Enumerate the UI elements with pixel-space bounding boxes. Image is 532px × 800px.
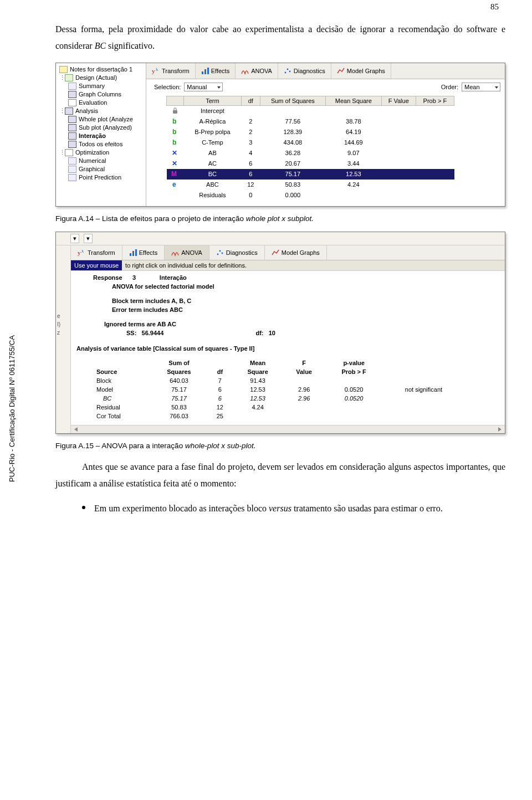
th-source: Source <box>93 367 151 376</box>
figure-caption-2: Figura A.15 – ANOVA para a interação who… <box>55 442 505 450</box>
tree-label: Optimization <box>75 149 109 156</box>
tab-effects[interactable]: Effects <box>196 63 236 79</box>
tree-label: Graphical <box>79 166 105 172</box>
tree-node-graphcols[interactable]: Graph Columns <box>56 90 146 99</box>
selection-row: Selection: Manual Order: Mean <box>146 79 505 94</box>
cell-p <box>325 412 382 420</box>
cell-ss: 75.17 <box>151 385 208 394</box>
tab-modelgraphs[interactable]: Model Graphs <box>331 63 391 79</box>
tree-node-design[interactable]: ⋮Design (Actual) <box>56 74 146 82</box>
tree-node-num[interactable]: Numerical <box>56 157 146 165</box>
tab-diagnostics[interactable]: Diagnostics <box>278 63 331 79</box>
selection-dropdown[interactable]: Manual <box>184 83 223 91</box>
cell-f: 2.96 <box>283 394 325 403</box>
tree-node-opt[interactable]: ⋮Optimization <box>56 148 146 157</box>
cell-p <box>416 158 454 169</box>
text-italic: versus <box>269 504 291 513</box>
ss-value: 56.9444 <box>142 330 164 336</box>
anova-icon <box>241 67 249 75</box>
tree-node-whole[interactable]: Whole plot (Analyze <box>56 115 146 124</box>
cell-f <box>381 169 416 180</box>
anova-icon <box>171 249 179 257</box>
tree-label: Todos os efeitos <box>79 141 123 147</box>
cell-f <box>381 148 416 158</box>
toolbar-dropdown[interactable]: ▾ <box>70 234 79 243</box>
order-dropdown[interactable]: Mean <box>462 83 500 91</box>
side-watermark: PUC-Rio - Certificação Digital Nº 061175… <box>8 335 16 482</box>
toolbar-dropdown[interactable]: ▾ <box>84 234 93 243</box>
tab-effects[interactable]: Effects <box>122 245 165 260</box>
cell-p <box>416 127 454 137</box>
cell-ss: 20.67 <box>260 158 325 169</box>
node-icon <box>68 116 76 123</box>
cell-note <box>383 376 464 385</box>
tree-node-summary[interactable]: Summary <box>56 82 146 90</box>
tab-transform[interactable]: yλ Transform <box>71 245 122 260</box>
tree-node-graph[interactable]: Graphical <box>56 165 146 173</box>
node-icon <box>68 132 76 140</box>
tab-anova[interactable]: ANOVA <box>236 63 278 79</box>
cell-ms: 64.19 <box>325 127 381 137</box>
table-row[interactable]: Residuals00.000 <box>167 190 454 201</box>
row-icon: e <box>167 180 184 190</box>
cell-ss: 766.03 <box>151 412 208 420</box>
cell-ss: 75.17 <box>260 169 325 180</box>
cell-f <box>381 116 416 127</box>
table-row[interactable]: eABC1250.834.24 <box>167 180 454 190</box>
th-f: F Value <box>381 96 416 105</box>
tab-anova[interactable]: ANOVA <box>165 245 209 260</box>
resp-label: Response <box>93 274 122 281</box>
cell-f <box>381 105 416 116</box>
doc-icon <box>68 83 76 90</box>
tree-node-point[interactable]: Point Prediction <box>56 173 146 182</box>
table-row[interactable]: bB-Prep polpa2128.3964.19 <box>167 127 454 137</box>
svg-point-22 <box>219 250 221 252</box>
tree-node-analysis[interactable]: ⋮Analysis <box>56 107 146 115</box>
cell-df: 3 <box>241 137 260 148</box>
caption-italic: whole-plot x sub-plot. <box>185 442 256 450</box>
table-row[interactable]: bA-Réplica277.5638.78 <box>167 116 454 127</box>
th-value: Value <box>283 367 325 376</box>
table-row[interactable]: ✕AC620.673.44 <box>167 158 454 169</box>
node-icon <box>68 141 76 148</box>
table-row[interactable]: bC-Temp3434.08144.69 <box>167 137 454 148</box>
tab-transform[interactable]: yλ Transform <box>146 63 196 79</box>
svg-point-5 <box>284 71 286 73</box>
cell-ms <box>325 105 381 116</box>
svg-point-7 <box>289 70 290 72</box>
tab-modelgraphs[interactable]: Model Graphs <box>265 245 327 260</box>
table-row: Block640.03791.43 <box>93 376 464 385</box>
node-icon <box>65 107 73 115</box>
tab-label: ANOVA <box>251 68 272 74</box>
table-row: Residual50.83124.24 <box>93 403 464 412</box>
hint-blue: Use your mouse <box>71 260 122 270</box>
table-header: Term df Sum of Squares Mean Square F Val… <box>167 96 454 105</box>
tab-diagnostics[interactable]: Diagnostics <box>209 245 265 260</box>
table-row[interactable]: MBC675.1712.53 <box>167 169 454 180</box>
cell-df: 7 <box>207 376 232 385</box>
scrollbar-horizontal[interactable] <box>71 425 505 433</box>
tree-node-evaluation[interactable]: Evaluation <box>56 99 146 107</box>
tree-node-todos[interactable]: Todos os efeitos <box>56 140 146 148</box>
cell-df: 6 <box>207 394 232 403</box>
tree-node-sub[interactable]: Sub plot (Analyzed) <box>56 124 146 132</box>
tree-node-inter[interactable]: Interação <box>56 132 146 140</box>
cell-df: 2 <box>241 116 260 127</box>
cell-df: 4 <box>241 148 260 158</box>
cell-source: BC <box>93 394 151 403</box>
row-icon: M <box>167 169 184 180</box>
text-italic: BC <box>95 41 106 50</box>
table-row[interactable]: Intercept <box>167 105 454 116</box>
cell-p <box>416 105 454 116</box>
cell-p <box>416 169 454 180</box>
cell-ss: 75.17 <box>151 394 208 403</box>
table-row[interactable]: ✕AB436.289.07 <box>167 148 454 158</box>
th-df: df <box>207 367 232 376</box>
tree-root[interactable]: Notes for dissertação 1 <box>56 65 146 74</box>
cell-p <box>416 137 454 148</box>
resp-name: Interação <box>160 274 187 281</box>
error-includes: Error term includes ABC <box>93 305 505 314</box>
th-sumof: Sum of <box>151 358 208 367</box>
th-term: Term <box>184 96 242 105</box>
caption-text: Figura A.15 – ANOVA para a interação <box>55 442 185 450</box>
